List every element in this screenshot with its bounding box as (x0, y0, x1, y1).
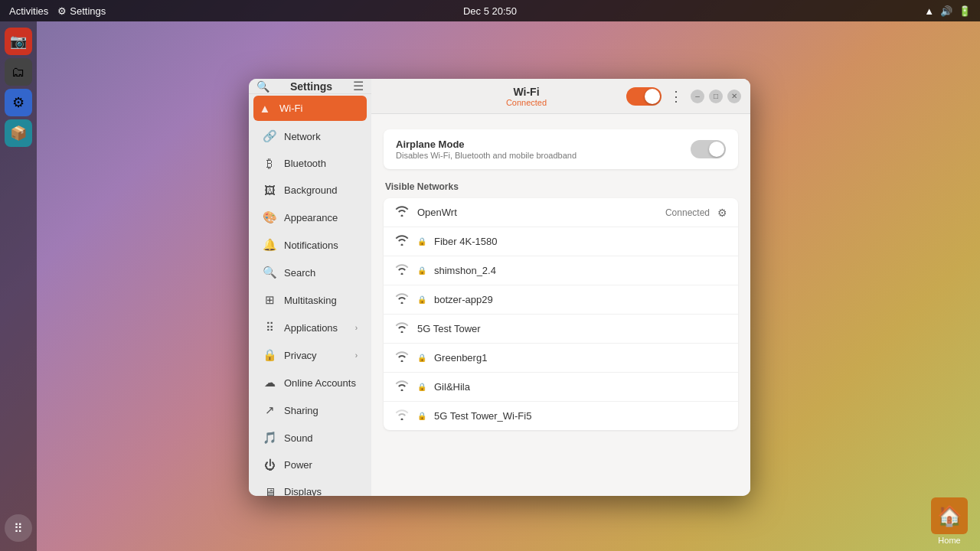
sidebar: 🔍 Settings ☰ ▲ Wi-Fi 🔗 Network ₿ Bluetoo… (249, 79, 371, 496)
sidebar-item-bluetooth[interactable]: ₿ Bluetooth (253, 151, 367, 176)
sharing-icon: ↗ (263, 403, 276, 417)
sidebar-item-appearance[interactable]: 🎨 Appearance (253, 204, 367, 230)
network-item-openwrt[interactable]: OpenWrt Connected ⚙ (384, 198, 738, 227)
wifi-signal-icon-4 (394, 293, 410, 306)
dock-icon-screenshot[interactable]: 📷 (5, 28, 32, 55)
network-item-5gtest[interactable]: 5G Test Tower (384, 315, 738, 344)
lock-icon-fiber: 🔒 (417, 237, 426, 246)
maximize-button[interactable]: □ (709, 90, 723, 103)
wifi-signal-icon-6 (394, 351, 410, 364)
content-area: Wi-Fi Connected ⋮ – □ ✕ Airplane M (371, 79, 750, 496)
network-name-greenberg: Greenberg1 (434, 352, 727, 364)
airplane-mode-title: Airplane Mode (396, 139, 577, 150)
content-body: Airplane Mode Disables Wi-Fi, Bluetooth … (371, 114, 750, 496)
content-subtitle: Connected (506, 98, 547, 107)
sidebar-item-displays[interactable]: 🖥 Displays (253, 479, 367, 496)
network-item-greenberg[interactable]: 🔒 Greenberg1 (384, 344, 738, 373)
wifi-signal-icon-8 (394, 409, 410, 422)
appearance-icon: 🎨 (263, 210, 276, 224)
home-folder-icon: 🏠 (931, 497, 968, 534)
airplane-mode-text: Airplane Mode Disables Wi-Fi, Bluetooth … (396, 139, 577, 160)
sidebar-item-background[interactable]: 🖼 Background (253, 178, 367, 203)
network-item-shimshon[interactable]: 🔒 shimshon_2.4 (384, 256, 738, 285)
sidebar-menu-icon[interactable]: ☰ (353, 79, 364, 93)
network-icon: 🔗 (263, 129, 276, 143)
sidebar-item-multitasking[interactable]: ⊞ Multitasking (253, 287, 367, 313)
sidebar-item-search[interactable]: 🔍 Search (253, 259, 367, 285)
applications-icon: ⠿ (263, 321, 276, 334)
airplane-mode-row: Airplane Mode Disables Wi-Fi, Bluetooth … (384, 129, 738, 169)
sidebar-item-sharing[interactable]: ↗ Sharing (253, 397, 367, 423)
volume-status-icon: 🔊 (940, 5, 952, 17)
lock-icon-shimshon: 🔒 (417, 266, 426, 275)
home-folder[interactable]: 🏠 Home (931, 497, 968, 545)
header-menu-icon[interactable]: ⋮ (666, 86, 686, 106)
show-applications-button[interactable]: ⠿ (5, 514, 32, 542)
dock-icon-files[interactable]: 🗂 (5, 58, 32, 86)
power-icon: ⏻ (263, 458, 276, 471)
lock-icon-botzer: 🔒 (417, 295, 426, 304)
close-button[interactable]: ✕ (727, 90, 741, 103)
sidebar-item-applications[interactable]: ⠿ Applications › (253, 315, 367, 341)
airplane-mode-card: Airplane Mode Disables Wi-Fi, Bluetooth … (384, 129, 738, 169)
visible-networks-label: Visible Networks (384, 181, 738, 192)
airplane-mode-description: Disables Wi-Fi, Bluetooth and mobile bro… (396, 151, 577, 160)
sidebar-item-notifications[interactable]: 🔔 Notifications (253, 232, 367, 258)
dock-icon-settings[interactable]: ⚙ (5, 89, 32, 116)
network-item-fiber[interactable]: 🔒 Fiber 4K-1580 (384, 227, 738, 256)
topbar-right: ▲ 🔊 🔋 (924, 5, 971, 17)
lock-icon-5gwifi5: 🔒 (417, 412, 426, 420)
lock-icon-gilhila: 🔒 (417, 383, 426, 391)
wifi-toggle[interactable] (626, 87, 662, 106)
topbar-datetime: Dec 5 20:50 (463, 5, 517, 17)
network-name-shimshon: shimshon_2.4 (434, 265, 727, 276)
privacy-icon: 🔒 (263, 348, 276, 362)
minimize-button[interactable]: – (691, 90, 704, 103)
dock: 📷 🗂 ⚙ 📦 ⠿ (0, 21, 37, 551)
settings-gear-icon: ⚙ (57, 5, 67, 17)
content-title: Wi-Fi (513, 86, 539, 98)
network-item-5gwifi5[interactable]: 🔒 5G Test Tower_Wi-Fi5 (384, 402, 738, 430)
bluetooth-icon: ₿ (263, 157, 276, 170)
sidebar-item-power[interactable]: ⏻ Power (253, 452, 367, 478)
network-name-openwrt: OpenWrt (417, 207, 658, 218)
airplane-mode-toggle[interactable] (691, 140, 726, 158)
wifi-signal-icon-2 (394, 235, 410, 248)
notifications-icon: 🔔 (263, 238, 276, 252)
sound-icon: 🎵 (263, 431, 276, 445)
sidebar-item-sound[interactable]: 🎵 Sound (253, 425, 367, 451)
home-folder-label: Home (938, 536, 960, 545)
content-header: Wi-Fi Connected ⋮ – □ ✕ (371, 79, 750, 114)
wifi-icon: ▲ (258, 102, 272, 115)
lock-icon-greenberg: 🔒 (417, 354, 426, 362)
dock-icon-software[interactable]: 📦 (5, 119, 32, 147)
wifi-signal-icon-5 (394, 322, 410, 335)
network-name-5gtest: 5G Test Tower (417, 323, 727, 334)
wifi-signal-icon (394, 206, 410, 219)
network-item-gilhila[interactable]: 🔒 Gil&Hila (384, 373, 738, 402)
network-name-fiber: Fiber 4K-1580 (434, 236, 727, 247)
activities-button[interactable]: Activities (9, 5, 48, 17)
privacy-arrow-icon: › (355, 351, 358, 360)
wifi-status-icon: ▲ (924, 5, 934, 17)
network-settings-icon[interactable]: ⚙ (717, 207, 727, 219)
network-item-botzer[interactable]: 🔒 botzer-app29 (384, 285, 738, 315)
wifi-signal-icon-3 (394, 264, 410, 277)
settings-window: 🔍 Settings ☰ ▲ Wi-Fi 🔗 Network ₿ Bluetoo… (249, 79, 750, 496)
applications-arrow-icon: › (355, 324, 358, 332)
sidebar-search-icon[interactable]: 🔍 (256, 80, 270, 93)
sidebar-item-wifi[interactable]: ▲ Wi-Fi (253, 96, 367, 121)
network-name-gilhila: Gil&Hila (434, 381, 727, 393)
sidebar-title: Settings (276, 80, 347, 93)
network-list: OpenWrt Connected ⚙ 🔒 (384, 198, 738, 430)
displays-icon: 🖥 (263, 485, 276, 496)
wifi-signal-icon-7 (394, 380, 410, 393)
sidebar-item-online-accounts[interactable]: ☁ Online Accounts (253, 370, 367, 396)
network-connected-status: Connected (665, 207, 710, 218)
sidebar-item-network[interactable]: 🔗 Network (253, 123, 367, 149)
network-name-botzer: botzer-app29 (434, 294, 727, 305)
background-icon: 🖼 (263, 184, 276, 197)
dock-bottom: ⠿ (5, 514, 32, 542)
topbar-settings-link[interactable]: ⚙ Settings (57, 5, 106, 17)
sidebar-item-privacy[interactable]: 🔒 Privacy › (253, 342, 367, 368)
